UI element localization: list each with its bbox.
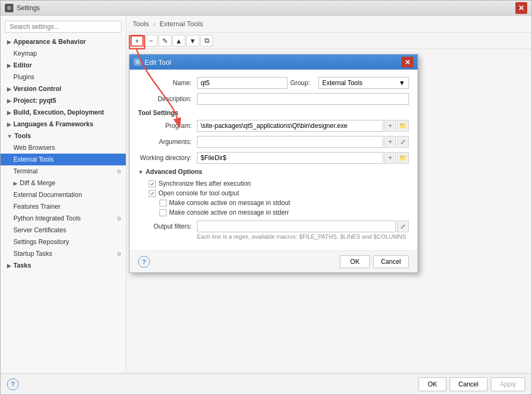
- search-input[interactable]: [5, 21, 121, 33]
- edit-icon: ✎: [162, 37, 168, 45]
- program-browse-btn[interactable]: 📁: [397, 120, 409, 132]
- console-stderr-row[interactable]: Make console active on message in stderr: [138, 208, 409, 217]
- plus-icon: +: [135, 37, 139, 45]
- name-label: Name:: [138, 79, 197, 87]
- sidebar-item-web-browsers[interactable]: Web Browsers: [1, 142, 126, 154]
- sync-files-row[interactable]: ✓ Synchronize files after execution: [138, 179, 409, 188]
- working-dir-label: Working directory:: [138, 154, 197, 162]
- sidebar-item-label: Startup Tasks: [13, 250, 52, 257]
- close-button[interactable]: ✕: [515, 2, 527, 14]
- move-up-button[interactable]: ▲: [172, 35, 185, 47]
- sidebar-item-build[interactable]: ▶ Build, Execution, Deployment: [1, 107, 126, 118]
- group-select[interactable]: External Tools ▼: [318, 77, 409, 89]
- arrow-icon: ▼: [7, 133, 12, 139]
- cancel-button[interactable]: Cancel: [450, 377, 488, 391]
- output-filters-row: Output filters: ⤢: [138, 221, 409, 232]
- breadcrumb-part1: Tools: [133, 20, 149, 28]
- sidebar-item-external-docs[interactable]: External Documentation: [1, 189, 126, 201]
- dialog-cancel-button[interactable]: Cancel: [373, 255, 409, 268]
- help-button[interactable]: ?: [7, 378, 19, 390]
- sidebar-item-label: Appearance & Behavior: [13, 38, 86, 45]
- output-hint: Each line is a regex, available macros: …: [138, 233, 409, 240]
- output-filters-expand-btn[interactable]: ⤢: [397, 221, 409, 232]
- bottom-buttons: OK Cancel Apply: [419, 377, 525, 391]
- program-add-btn[interactable]: +: [384, 120, 396, 132]
- sidebar-item-tools[interactable]: ▼ Tools: [1, 130, 126, 142]
- apply-button[interactable]: Apply: [491, 377, 525, 391]
- dialog-titlebar: ⚙ Edit Tool ✕: [130, 55, 417, 70]
- sidebar-item-label: Plugins: [13, 73, 34, 81]
- move-down-button[interactable]: ▼: [186, 35, 199, 47]
- sidebar-item-appearance[interactable]: ▶ Appearance & Behavior: [1, 36, 126, 48]
- arguments-add-btn[interactable]: +: [384, 136, 396, 148]
- sidebar-item-label: Diff & Merge: [20, 179, 55, 187]
- sidebar-item-server-certs[interactable]: Server Certificates: [1, 224, 126, 236]
- console-stderr-checkbox[interactable]: [159, 209, 166, 216]
- sidebar-item-python-integrated[interactable]: Python Integrated Tools ⚙: [1, 212, 126, 224]
- sidebar-item-settings-repo[interactable]: Settings Repository: [1, 236, 126, 248]
- dialog-ok-button[interactable]: OK: [340, 255, 369, 268]
- down-icon: ▼: [189, 37, 196, 45]
- description-row: Description:: [138, 93, 409, 105]
- arrow-icon: ▶: [7, 263, 11, 269]
- copy-button[interactable]: ⧉: [200, 35, 213, 47]
- sidebar-item-diff-merge[interactable]: ▶ Diff & Merge: [1, 177, 126, 189]
- sidebar-item-label: Keymap: [13, 50, 37, 57]
- sidebar-item-languages[interactable]: ▶ Languages & Frameworks: [1, 118, 126, 130]
- working-dir-browse-btn[interactable]: 📁: [397, 152, 409, 164]
- open-console-row[interactable]: ✓ Open console for tool output: [138, 188, 409, 198]
- program-input[interactable]: [197, 120, 383, 132]
- open-console-checkbox[interactable]: ✓: [149, 190, 156, 197]
- program-input-group: + 📁: [197, 120, 409, 132]
- toolbar: + − ✎ ▲ ▼ ⧉: [126, 33, 531, 49]
- sidebar-item-features-trainer[interactable]: Features Trainer: [1, 201, 126, 212]
- working-dir-input[interactable]: [197, 152, 383, 164]
- arguments-input[interactable]: [197, 136, 383, 148]
- program-row: Program: + 📁: [138, 120, 409, 132]
- titlebar: ⚙ Settings ✕: [1, 1, 531, 16]
- dialog-help-button[interactable]: ?: [138, 256, 150, 268]
- sidebar-item-label: Settings Repository: [13, 238, 69, 246]
- up-icon: ▲: [176, 37, 183, 45]
- sidebar-item-external-tools[interactable]: External Tools: [1, 154, 126, 165]
- sync-files-label: Synchronize files after execution: [158, 180, 251, 187]
- working-dir-add-btn[interactable]: +: [384, 152, 396, 164]
- sidebar-item-label: External Documentation: [13, 191, 82, 199]
- sidebar-item-label: Tools: [14, 132, 31, 140]
- dialog-body: Name: Group: External Tools ▼ Descriptio…: [130, 70, 417, 250]
- sidebar-item-startup-tasks[interactable]: Startup Tasks ⚙: [1, 248, 126, 260]
- sidebar-item-label: Languages & Frameworks: [13, 120, 93, 128]
- console-stdout-checkbox[interactable]: [159, 200, 166, 207]
- arrow-icon: ▶: [13, 180, 18, 186]
- settings-window: ⚙ Settings ✕ ▶ Appearance & Behavior Key…: [0, 0, 532, 395]
- sidebar-item-label: Tasks: [13, 262, 31, 269]
- advanced-options-label: Advanced Options: [146, 168, 202, 176]
- add-button[interactable]: +: [131, 35, 143, 47]
- sidebar-item-editor[interactable]: ▶ Editor: [1, 59, 126, 71]
- description-input[interactable]: [197, 93, 409, 105]
- sidebar-item-project[interactable]: ▶ Project: pyqt5: [1, 95, 126, 107]
- sidebar-item-tasks[interactable]: ▶ Tasks: [1, 260, 126, 271]
- startup-badge: ⚙: [117, 251, 121, 257]
- edit-tool-dialog: ⚙ Edit Tool ✕ Name: Group: External Tool…: [129, 54, 418, 273]
- terminal-badge: ⚙: [117, 169, 121, 174]
- ok-button[interactable]: OK: [419, 377, 446, 391]
- arrow-icon: ▶: [7, 121, 11, 127]
- arrow-icon: ▶: [7, 86, 11, 92]
- sidebar-item-terminal[interactable]: Terminal ⚙: [1, 165, 126, 177]
- name-input[interactable]: [197, 77, 287, 89]
- sidebar-item-plugins[interactable]: Plugins: [1, 71, 126, 83]
- advanced-options-header[interactable]: ▼ Advanced Options: [138, 168, 409, 176]
- dropdown-arrow-icon: ▼: [399, 79, 405, 87]
- console-stdout-row[interactable]: Make console active on message in stdout: [138, 198, 409, 208]
- sidebar-item-keymap[interactable]: Keymap: [1, 48, 126, 59]
- sync-files-checkbox[interactable]: ✓: [149, 180, 156, 187]
- sidebar-item-version-control[interactable]: ▶ Version Control: [1, 83, 126, 95]
- arrow-icon: ▶: [7, 110, 11, 116]
- advanced-arrow-icon: ▼: [138, 169, 143, 175]
- output-filters-input[interactable]: [197, 221, 396, 232]
- arguments-expand-btn[interactable]: ⤢: [397, 136, 409, 148]
- remove-button[interactable]: −: [145, 35, 157, 47]
- dialog-close-button[interactable]: ✕: [401, 57, 413, 67]
- edit-button[interactable]: ✎: [158, 35, 171, 47]
